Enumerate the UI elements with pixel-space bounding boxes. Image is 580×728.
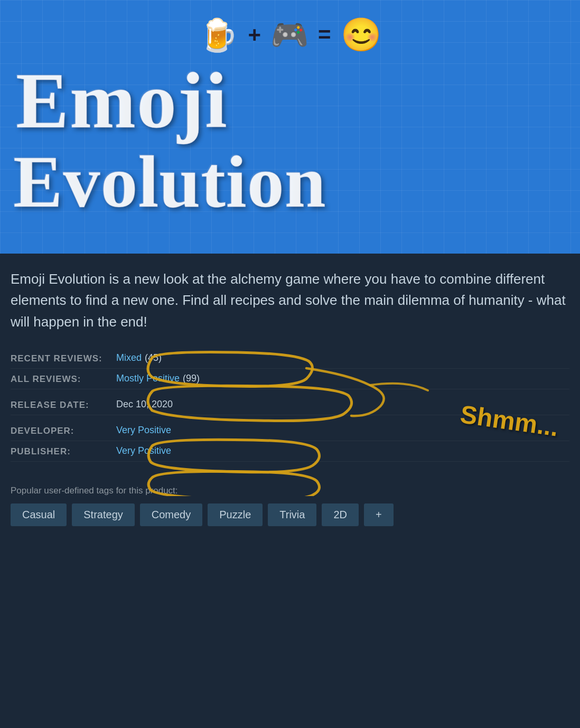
- all-reviews-count: (99): [183, 373, 200, 384]
- publisher-row: PUBLISHER: Very Positive: [11, 441, 569, 462]
- release-date-label: RELEASE DATE:: [11, 399, 116, 410]
- gamepad-icon: 🎮: [270, 17, 308, 53]
- tag-casual[interactable]: Casual: [11, 503, 67, 526]
- release-date-row: RELEASE DATE: Dec 10, 2020: [11, 389, 569, 415]
- tags-section: Popular user-defined tags for this produ…: [11, 472, 569, 537]
- all-reviews-label: ALL REVIEWS:: [11, 373, 116, 385]
- reviews-wrapper: Shmm... RECENT REVIEWS: Mixed (45) ALL R…: [11, 348, 569, 462]
- tag-more[interactable]: +: [364, 503, 394, 526]
- content-section: Emoji Evolution is a new look at the alc…: [0, 254, 580, 537]
- recent-reviews-label: RECENT REVIEWS:: [11, 352, 116, 364]
- recent-reviews-count: (45): [145, 352, 162, 363]
- developer-label: DEVELOPER:: [11, 425, 116, 436]
- emoji-icon: 😊: [341, 16, 381, 54]
- publisher-value[interactable]: Very Positive: [116, 445, 171, 456]
- publisher-label: PUBLISHER:: [11, 445, 116, 457]
- tags-row: Casual Strategy Comedy Puzzle Trivia 2D …: [11, 503, 569, 526]
- header-section: 🍺 + 🎮 = 😊 Emoji Evolution: [0, 0, 580, 254]
- equals-operator: =: [318, 22, 331, 48]
- tag-2d[interactable]: 2D: [322, 503, 359, 526]
- all-reviews-row: ALL REVIEWS: Mostly Positive (99): [11, 369, 569, 389]
- developer-value[interactable]: Very Positive: [116, 425, 171, 436]
- developer-row: DEVELOPER: Very Positive: [11, 415, 569, 441]
- game-title-line2: Evolution: [11, 143, 569, 220]
- beer-icon: 🍺: [199, 16, 238, 54]
- icons-row: 🍺 + 🎮 = 😊: [199, 16, 381, 54]
- plus-operator: +: [248, 22, 261, 48]
- all-reviews-value[interactable]: Mostly Positive: [116, 373, 180, 384]
- info-table: RECENT REVIEWS: Mixed (45) ALL REVIEWS: …: [11, 348, 569, 462]
- tags-label: Popular user-defined tags for this produ…: [11, 486, 569, 496]
- recent-reviews-value[interactable]: Mixed: [116, 352, 142, 363]
- recent-reviews-row: RECENT REVIEWS: Mixed (45): [11, 348, 569, 369]
- release-date-value: Dec 10, 2020: [116, 399, 173, 410]
- tag-comedy[interactable]: Comedy: [140, 503, 202, 526]
- tag-trivia[interactable]: Trivia: [268, 503, 316, 526]
- tag-puzzle[interactable]: Puzzle: [208, 503, 263, 526]
- game-description: Emoji Evolution is a new look at the alc…: [11, 268, 569, 332]
- game-title-line1: Emoji: [11, 59, 569, 143]
- tag-strategy[interactable]: Strategy: [72, 503, 134, 526]
